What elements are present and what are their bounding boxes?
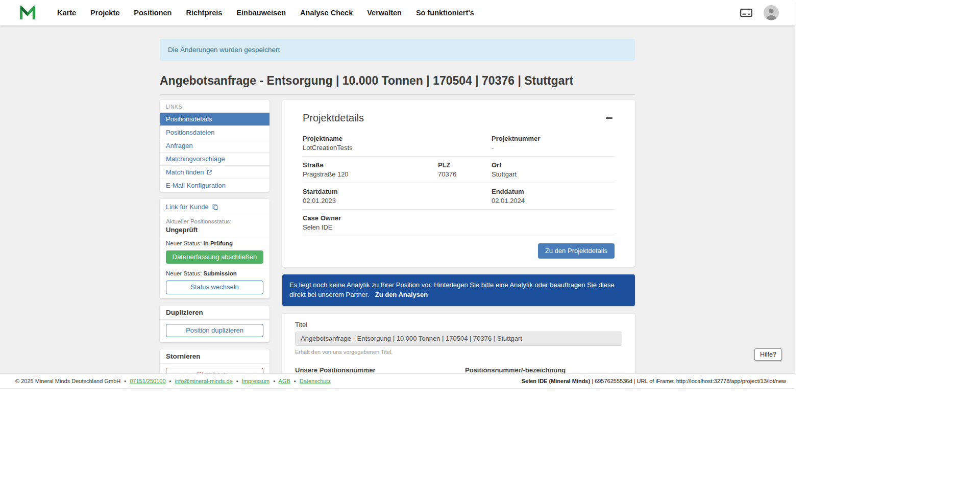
project-row-name: Projektname LotCreationTests Projektnumm… — [303, 130, 615, 157]
link-fuer-kunde[interactable]: Link für Kunde — [160, 199, 270, 215]
startdatum-label: Startdatum — [303, 188, 492, 195]
card-icon[interactable] — [739, 6, 753, 19]
app-page: Karte Projekte Positionen Richtpreis Ein… — [0, 0, 795, 389]
avatar[interactable] — [764, 5, 779, 20]
sidebar-item-matchingvorschlaege[interactable]: Matchingvorschläge — [160, 152, 270, 165]
title-divider — [160, 94, 635, 95]
nav-richtpreis[interactable]: Richtpreis — [186, 9, 222, 17]
ort-label: Ort — [492, 161, 615, 169]
links-header: LINKS — [160, 100, 270, 112]
status-wechseln-button[interactable]: Status wechseln — [166, 281, 263, 294]
zu-den-projektdetails-button[interactable]: Zu den Projektdetails — [538, 243, 615, 259]
page-title: Angebotsanfrage - Entsorgung | 10.000 To… — [160, 74, 635, 88]
main-nav: Karte Projekte Positionen Richtpreis Ein… — [57, 9, 474, 17]
status-card: Link für Kunde Aktueller Positionsstatus… — [160, 199, 270, 298]
footer-separator: • — [273, 378, 275, 384]
footer-session-info: | 69576255536d | URL of iFrame: http://l… — [592, 378, 786, 384]
datenerfassung-abschliessen-button[interactable]: Datenerfassung abschließen — [166, 250, 263, 264]
logo-m-icon — [19, 6, 36, 20]
projektname-label: Projektname — [303, 135, 492, 142]
current-status-label: Aktueller Positionsstatus: — [166, 218, 263, 224]
link-fuer-kunde-label: Link für Kunde — [166, 203, 209, 211]
our-number-field-group: Unsere Positionsnummer Erhält eine syste… — [295, 365, 452, 373]
enddatum-label: Enddatum — [492, 188, 615, 195]
next-status-value-1: In Prüfung — [204, 240, 233, 246]
navbar-right — [739, 5, 779, 20]
top-navbar: Karte Projekte Positionen Richtpreis Ein… — [0, 0, 795, 26]
sidebar-item-match-finden[interactable]: Match finden — [160, 165, 270, 179]
links-card: LINKS Positionsdetails Positionsdateien … — [160, 100, 270, 192]
current-status-value: Ungeprüft — [166, 226, 263, 234]
projektname-value: LotCreationTests — [303, 144, 492, 151]
project-row-dates: Startdatum 02.01.2023 Enddatum 02.01.202… — [303, 183, 615, 210]
nav-analyse-check[interactable]: Analyse Check — [300, 9, 353, 17]
footer: © 2025 Mineral Minds Deutschland GmbH • … — [0, 373, 795, 389]
ort-value: Stuttgart — [492, 170, 615, 178]
footer-link-phone[interactable]: 07151/250100 — [130, 378, 165, 384]
zu-den-analysen-link[interactable]: Zu den Analysen — [375, 291, 428, 298]
nav-so-funktionierts[interactable]: So funktioniert's — [416, 9, 474, 17]
collapse-icon[interactable] — [603, 113, 615, 124]
nav-projekte[interactable]: Projekte — [90, 9, 119, 17]
caret-down-icon: ▾ — [230, 372, 232, 373]
stornieren-button-label: Stornieren — [197, 370, 228, 373]
stornieren-card: Stornieren Stornieren▾ — [160, 349, 270, 373]
titel-label: Titel — [295, 321, 622, 328]
stornieren-title: Stornieren — [160, 349, 270, 364]
next-status-row-1: Neuer Status: In Prüfung — [160, 238, 270, 248]
titel-input — [295, 332, 622, 346]
sidebar-item-email-konfiguration[interactable]: E-Mail Konfiguration — [160, 179, 270, 192]
current-status-section: Aktueller Positionsstatus: Ungeprüft — [160, 215, 270, 238]
positionsnummer-label: Positionsnummer/-bezeichnung — [465, 366, 622, 373]
sidebar-item-anfragen[interactable]: Anfragen — [160, 139, 270, 152]
content-area: Die Änderungen wurden gespeichert Angebo… — [0, 26, 795, 373]
case-owner-value: Selen IDE — [303, 223, 615, 231]
copy-icon — [212, 204, 218, 210]
footer-separator: • — [124, 378, 126, 384]
match-finden-label: Match finden — [166, 168, 204, 176]
next-status-row-2: Neuer Status: Submission — [160, 268, 270, 279]
projektdetails-title: Projektdetails — [303, 112, 364, 124]
footer-link-email[interactable]: info@mineral-minds.de — [175, 378, 233, 384]
mineral-minds-logo[interactable] — [19, 6, 36, 20]
footer-link-datenschutz[interactable]: Datenschutz — [300, 378, 331, 384]
enddatum-value: 02.01.2024 — [492, 197, 615, 205]
projektdetails-card: Projektdetails Projektname LotCreationTe… — [282, 100, 635, 267]
project-row-owner: Case Owner Selen IDE — [303, 210, 615, 236]
footer-right: Selen IDE (Mineral Minds) | 69576255536d… — [522, 378, 786, 384]
startdatum-value: 02.01.2023 — [303, 197, 492, 205]
main-column: Projektdetails Projektname LotCreationTe… — [282, 100, 635, 373]
unsere-positionsnummer-label: Unsere Positionsnummer — [295, 366, 452, 373]
nav-einbauweisen[interactable]: Einbauweisen — [236, 9, 286, 17]
next-status-value-2: Submission — [204, 270, 237, 276]
sidebar-item-positionsdateien[interactable]: Positionsdateien — [160, 125, 270, 139]
copyright: © 2025 Mineral Minds Deutschland GmbH — [15, 378, 120, 384]
position-form-card: Titel Erhält den von uns vorgegebenen Ti… — [282, 314, 635, 373]
screen: Karte Projekte Positionen Richtpreis Ein… — [0, 0, 980, 481]
strasse-value: Pragstraße 120 — [303, 170, 438, 178]
success-alert: Die Änderungen wurden gespeichert — [160, 39, 635, 61]
project-row-address: Straße Pragstraße 120 PLZ 70376 Ort Stut… — [303, 157, 615, 183]
next-status-label-1: Neuer Status: — [166, 240, 202, 246]
analytics-banner: Es liegt noch keine Analytik zu Ihrer Po… — [282, 274, 635, 306]
footer-left: © 2025 Mineral Minds Deutschland GmbH • … — [15, 378, 331, 384]
duplizieren-title: Duplizieren — [160, 306, 270, 320]
nav-karte[interactable]: Karte — [57, 9, 76, 17]
titel-helper: Erhält den von uns vorgegebenen Titel. — [295, 349, 622, 355]
footer-link-agb[interactable]: AGB — [279, 378, 290, 384]
plz-label: PLZ — [438, 161, 492, 169]
footer-separator: • — [236, 378, 238, 384]
projektnummer-value: - — [492, 144, 615, 151]
nav-verwalten[interactable]: Verwalten — [367, 9, 402, 17]
help-button[interactable]: Hilfe? — [754, 348, 782, 361]
sidebar-item-positionsdetails[interactable]: Positionsdetails — [160, 112, 270, 125]
stornieren-button[interactable]: Stornieren▾ — [166, 368, 263, 373]
footer-link-impressum[interactable]: Impressum — [242, 378, 270, 384]
nav-positionen[interactable]: Positionen — [134, 9, 172, 17]
next-status-label-2: Neuer Status: — [166, 270, 202, 276]
strasse-label: Straße — [303, 161, 438, 169]
left-sidebar: LINKS Positionsdetails Positionsdateien … — [160, 100, 270, 373]
position-duplizieren-button[interactable]: Position duplizieren — [166, 324, 263, 337]
projektnummer-label: Projektnummer — [492, 135, 615, 142]
external-link-icon — [206, 169, 212, 175]
